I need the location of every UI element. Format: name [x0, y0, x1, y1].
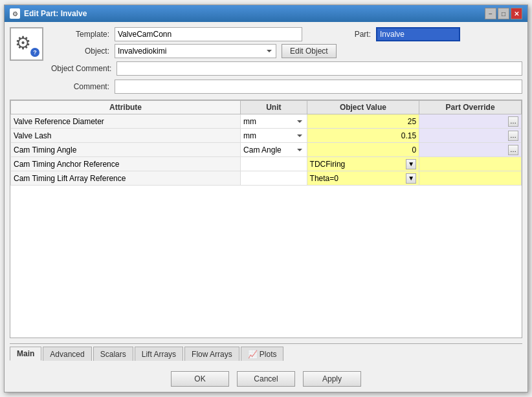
title-bar-left: ⚙ Edit Part: Invalve — [10, 8, 87, 19]
part-icon: ⚙ ? — [15, 32, 38, 56]
object-comment-row: Object Comment: — [51, 61, 522, 76]
edit-object-button[interactable]: Edit Object — [282, 44, 337, 58]
part-icon-block: ⚙ ? — [10, 27, 43, 61]
tab-label: Advanced — [50, 350, 84, 359]
attribute-cell: Cam Timing Lift Array Reference — [11, 171, 241, 186]
object-value-input[interactable] — [310, 145, 417, 155]
attribute-cell: Valve Lash — [11, 129, 241, 143]
attributes-table-container: Attribute Unit Object Value Part Overrid… — [10, 100, 522, 338]
tab-lift-arrays[interactable]: Lift Arrays — [135, 347, 183, 361]
title-bar-controls: − □ ✕ — [485, 8, 522, 19]
table-row: Cam Timing Anchor ReferenceTDCFiring▼ — [11, 157, 522, 171]
table-row: Valve Lashmm… — [11, 129, 522, 143]
tab-label: Scalars — [100, 350, 126, 359]
part-override-cell — [419, 157, 522, 171]
apply-button[interactable]: Apply — [303, 371, 361, 387]
attributes-table: Attribute Unit Object Value Part Overrid… — [10, 100, 522, 186]
unit-cell[interactable]: mm — [241, 129, 307, 143]
question-icon: ? — [30, 48, 39, 57]
object-value-cell[interactable] — [307, 129, 419, 143]
close-button[interactable]: ✕ — [511, 8, 522, 19]
gear-icon: ⚙ — [15, 33, 31, 53]
object-comment-label: Object Comment: — [51, 64, 111, 73]
button-bar: OK Cancel Apply — [5, 366, 527, 392]
part-label: Part: — [313, 30, 371, 39]
tab-scalars[interactable]: Scalars — [93, 347, 133, 361]
minimize-button[interactable]: − — [485, 8, 496, 19]
object-value-input[interactable] — [310, 131, 417, 140]
comment-input[interactable] — [115, 80, 522, 94]
dropdown-arrow-icon[interactable]: ▼ — [406, 173, 416, 184]
main-form-area: ⚙ ? Template: Part: Object: Invalvedioki… — [10, 27, 522, 94]
cancel-button[interactable]: Cancel — [237, 371, 295, 387]
plots-icon: 📈 — [248, 350, 258, 359]
tabs-area: MainAdvancedScalarsLift ArraysFlow Array… — [10, 343, 522, 361]
ellipsis-button[interactable]: … — [508, 116, 518, 127]
main-window: ⚙ Edit Part: Invalve − □ ✕ ⚙ ? Template: — [4, 5, 528, 392]
object-value-cell[interactable] — [307, 114, 419, 129]
attribute-cell: Cam Timing Anchor Reference — [11, 157, 241, 171]
tab-flow-arrays[interactable]: Flow Arrays — [184, 347, 239, 361]
col-header-unit: Unit — [241, 101, 307, 114]
object-label: Object: — [51, 47, 109, 56]
object-value-cell[interactable] — [307, 143, 419, 157]
template-part-row: Template: Part: — [51, 27, 522, 41]
part-override-cell: … — [419, 143, 522, 157]
table-row: Cam Timing Lift Array ReferenceTheta=0▼ — [11, 171, 522, 186]
unit-select[interactable]: mm — [243, 131, 304, 140]
part-override-cell: … — [419, 129, 522, 143]
unit-cell[interactable]: Cam Angle — [241, 143, 307, 157]
col-header-object-value: Object Value — [307, 101, 419, 114]
content-area: ⚙ ? Template: Part: Object: Invalvedioki… — [5, 22, 527, 366]
template-label: Template: — [51, 30, 109, 39]
template-input[interactable] — [115, 27, 302, 41]
tab-label: Lift Arrays — [142, 350, 176, 359]
part-override-cell — [419, 171, 522, 186]
title-bar: ⚙ Edit Part: Invalve − □ ✕ — [5, 5, 527, 22]
maximize-button[interactable]: □ — [498, 8, 509, 19]
attribute-cell: Cam Timing Angle — [11, 143, 241, 157]
unit-cell — [241, 171, 307, 186]
object-value-input[interactable] — [310, 117, 417, 126]
object-value-cell[interactable]: Theta=0▼ — [307, 171, 419, 186]
tab-label: Flow Arrays — [192, 350, 232, 359]
unit-select[interactable]: Cam Angle — [243, 145, 304, 155]
tab-plots[interactable]: 📈Plots — [241, 347, 284, 361]
object-row: Object: Invalvediokimi Edit Object — [51, 44, 522, 58]
ok-button[interactable]: OK — [171, 371, 229, 387]
unit-select[interactable]: mm — [243, 117, 304, 126]
object-value-cell[interactable]: TDCFiring▼ — [307, 157, 419, 171]
tab-label: Plots — [260, 350, 277, 359]
tab-advanced[interactable]: Advanced — [43, 347, 91, 361]
table-row: Valve Reference Diametermm… — [11, 114, 522, 129]
object-comment-input[interactable] — [116, 61, 522, 76]
ellipsis-button[interactable]: … — [508, 131, 518, 141]
right-fields: Template: Part: Object: Invalvediokimi E… — [51, 27, 522, 94]
window-title: Edit Part: Invalve — [24, 9, 87, 18]
col-header-attribute: Attribute — [11, 101, 241, 114]
comment-label: Comment: — [51, 82, 109, 91]
unit-cell[interactable]: mm — [241, 114, 307, 129]
tab-label: Main — [17, 349, 34, 358]
object-select[interactable]: Invalvediokimi — [115, 44, 276, 58]
unit-cell — [241, 157, 307, 171]
table-row: Cam Timing AngleCam Angle… — [11, 143, 522, 157]
dropdown-arrow-icon[interactable]: ▼ — [406, 159, 416, 169]
col-header-part-override: Part Override — [419, 101, 522, 114]
part-input[interactable] — [376, 27, 460, 41]
comment-row: Comment: — [51, 79, 522, 94]
part-override-cell: … — [419, 114, 522, 129]
tab-main[interactable]: Main — [10, 347, 41, 361]
attribute-cell: Valve Reference Diameter — [11, 114, 241, 129]
ellipsis-button[interactable]: … — [508, 145, 518, 155]
window-icon: ⚙ — [10, 8, 20, 19]
